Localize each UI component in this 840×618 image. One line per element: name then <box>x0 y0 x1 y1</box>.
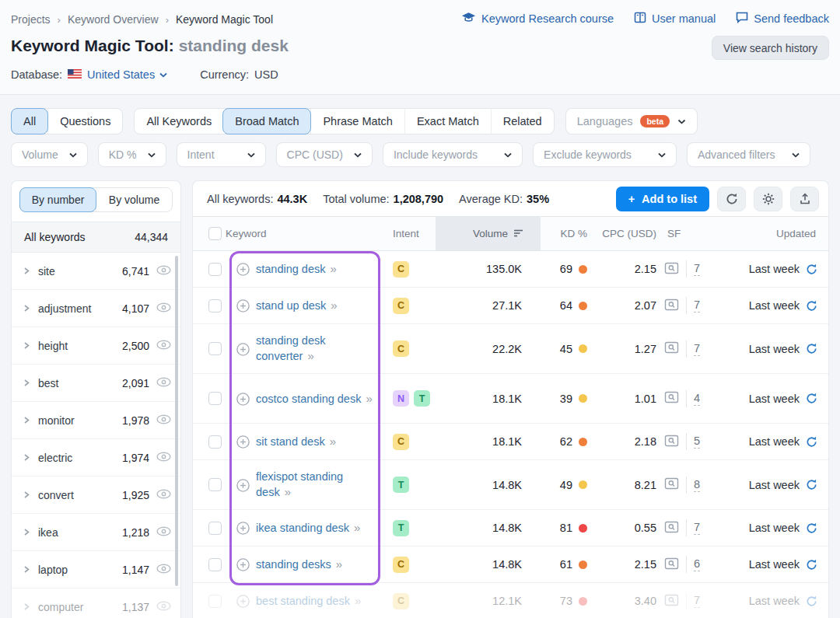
expand-chevrons-icon[interactable]: » <box>330 435 337 448</box>
sf-count-link[interactable]: 8 <box>694 478 700 492</box>
eye-icon[interactable] <box>156 377 171 389</box>
refresh-row-icon[interactable] <box>806 264 817 275</box>
serp-preview-icon[interactable] <box>664 557 679 572</box>
sf-count-link[interactable]: 5 <box>694 435 700 449</box>
row-checkbox[interactable] <box>208 558 222 571</box>
eye-icon[interactable] <box>156 526 171 539</box>
eye-icon[interactable] <box>156 340 171 352</box>
view-search-history-button[interactable]: View search history <box>712 36 829 60</box>
expand-chevrons-icon[interactable]: » <box>307 349 314 362</box>
serp-preview-icon[interactable] <box>664 521 679 536</box>
refresh-row-icon[interactable] <box>806 522 817 534</box>
expand-chevrons-icon[interactable]: » <box>330 262 337 275</box>
sf-count-link[interactable]: 7 <box>694 262 700 276</box>
keyword-link[interactable]: ikea standing desk <box>256 522 349 534</box>
chevron-right-icon[interactable] <box>23 341 30 350</box>
chevron-right-icon[interactable] <box>23 304 30 312</box>
eye-icon[interactable] <box>156 489 171 501</box>
column-header-intent[interactable]: Intent <box>385 217 436 250</box>
sf-count-link[interactable]: 7 <box>694 521 700 535</box>
expand-chevrons-icon[interactable]: » <box>355 594 362 607</box>
sidebar-group-best[interactable]: best 2,091 <box>12 365 180 402</box>
keyword-link[interactable]: standing desks <box>256 558 331 571</box>
eye-icon[interactable] <box>156 265 171 278</box>
column-header-sf[interactable]: SF <box>660 217 716 250</box>
serp-preview-icon[interactable] <box>664 262 679 277</box>
sidebar-group-monitor[interactable]: monitor 1,978 <box>12 402 180 439</box>
chevron-right-icon[interactable] <box>23 602 30 611</box>
kd-filter-dropdown[interactable]: KD % <box>98 142 166 167</box>
volume-filter-dropdown[interactable]: Volume <box>11 142 88 167</box>
chevron-right-icon[interactable] <box>23 453 30 462</box>
chevron-right-icon[interactable] <box>23 416 30 424</box>
chevron-right-icon[interactable] <box>23 565 30 574</box>
sf-count-link[interactable]: 7 <box>694 299 700 312</box>
circle-plus-icon[interactable] <box>236 435 250 449</box>
serp-preview-icon[interactable] <box>664 477 679 492</box>
row-checkbox[interactable] <box>208 392 222 405</box>
sidebar-scrollbar[interactable] <box>175 256 178 586</box>
add-to-list-button[interactable]: + Add to list <box>616 187 709 211</box>
sidebar-group-height[interactable]: height 2,500 <box>12 327 180 365</box>
keyword-link[interactable]: flexispot standing desk <box>256 470 343 498</box>
database-selector[interactable]: Database: United States <box>11 68 167 81</box>
serp-preview-icon[interactable] <box>664 391 679 406</box>
user-manual-link[interactable]: User manual <box>634 12 716 26</box>
keyword-link[interactable]: stand up desk <box>256 299 326 312</box>
sidebar-group-site[interactable]: site 6,741 <box>12 253 180 290</box>
chevron-right-icon[interactable] <box>23 528 30 536</box>
intent-filter-dropdown[interactable]: Intent <box>177 142 266 167</box>
cpc-filter-dropdown[interactable]: CPC (USD) <box>276 142 373 167</box>
sidebar-group-laptop[interactable]: laptop 1,147 <box>12 551 180 588</box>
select-all-checkbox[interactable] <box>208 227 222 240</box>
keyword-link[interactable]: sit stand desk <box>256 435 325 448</box>
keyword-link[interactable]: costco standing desk <box>256 393 361 405</box>
serp-preview-icon[interactable] <box>664 299 679 313</box>
refresh-button[interactable] <box>717 187 746 211</box>
export-button[interactable] <box>790 187 819 211</box>
serp-preview-icon[interactable] <box>664 435 679 449</box>
tab-broad-match[interactable]: Broad Match <box>222 108 311 134</box>
expand-chevrons-icon[interactable]: » <box>331 299 338 312</box>
tab-all[interactable]: All <box>11 108 48 134</box>
circle-plus-icon[interactable] <box>236 558 250 571</box>
sidebar-group-adjustment[interactable]: adjustment 4,107 <box>12 290 180 327</box>
breadcrumb-projects[interactable]: Projects <box>11 13 51 26</box>
sidebar-group-ikea[interactable]: ikea 1,218 <box>12 514 180 551</box>
expand-chevrons-icon[interactable]: » <box>285 485 292 498</box>
tab-all-keywords[interactable]: All Keywords <box>135 109 223 134</box>
row-checkbox[interactable] <box>208 342 222 355</box>
circle-plus-icon[interactable] <box>236 522 250 535</box>
languages-dropdown[interactable]: Languages beta <box>565 108 698 134</box>
eye-icon[interactable] <box>156 302 171 315</box>
refresh-row-icon[interactable] <box>806 436 817 448</box>
keyword-link[interactable]: standing desk converter <box>256 334 325 362</box>
refresh-row-icon[interactable] <box>806 559 817 571</box>
sf-count-link[interactable]: 7 <box>694 594 700 608</box>
tab-questions[interactable]: Questions <box>47 109 122 134</box>
chevron-right-icon[interactable] <box>23 267 30 275</box>
advanced-filters-dropdown[interactable]: Advanced filters <box>687 142 811 167</box>
column-header-cpc[interactable]: CPC (USD) <box>593 217 660 250</box>
circle-plus-icon[interactable] <box>236 393 250 406</box>
keyword-research-course-link[interactable]: Keyword Research course <box>461 12 614 26</box>
row-checkbox[interactable] <box>208 435 222 449</box>
sidebar-group-computer[interactable]: computer 1,137 <box>12 588 180 618</box>
row-checkbox[interactable] <box>208 263 222 276</box>
sf-count-link[interactable]: 7 <box>694 342 700 356</box>
row-checkbox[interactable] <box>208 595 222 608</box>
sidebar-group-electric[interactable]: electric 1,974 <box>12 439 180 477</box>
breadcrumb-keyword-overview[interactable]: Keyword Overview <box>68 13 159 26</box>
refresh-row-icon[interactable] <box>806 343 817 354</box>
expand-chevrons-icon[interactable]: » <box>366 392 373 405</box>
expand-chevrons-icon[interactable]: » <box>336 557 343 571</box>
eye-icon[interactable] <box>156 564 171 576</box>
eye-icon[interactable] <box>156 601 171 613</box>
exclude-keywords-dropdown[interactable]: Exclude keywords <box>533 142 677 167</box>
circle-plus-icon[interactable] <box>236 595 250 608</box>
circle-plus-icon[interactable] <box>236 263 250 276</box>
toggle-by-number[interactable]: By number <box>19 187 96 212</box>
column-header-kd[interactable]: KD % <box>541 217 593 250</box>
sidebar-all-keywords-row[interactable]: All keywords 44,344 <box>12 222 180 253</box>
send-feedback-link[interactable]: Send feedback <box>736 12 829 26</box>
